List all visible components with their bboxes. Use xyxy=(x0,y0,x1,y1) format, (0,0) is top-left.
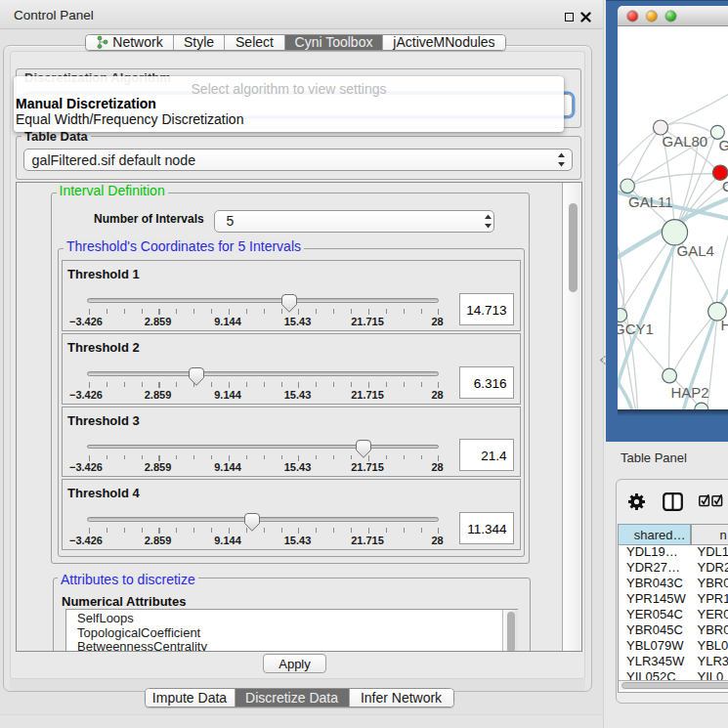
svg-text:GCY1: GCY1 xyxy=(618,321,654,337)
svg-text:GAL80: GAL80 xyxy=(662,133,707,150)
svg-text:H: H xyxy=(720,317,728,333)
svg-text:HAP2: HAP2 xyxy=(670,383,708,400)
svg-text:GA: GA xyxy=(718,137,728,153)
svg-text:GAL11: GAL11 xyxy=(628,193,673,209)
svg-text:GAL4: GAL4 xyxy=(676,241,713,258)
svg-text:CY: CY xyxy=(721,178,728,194)
